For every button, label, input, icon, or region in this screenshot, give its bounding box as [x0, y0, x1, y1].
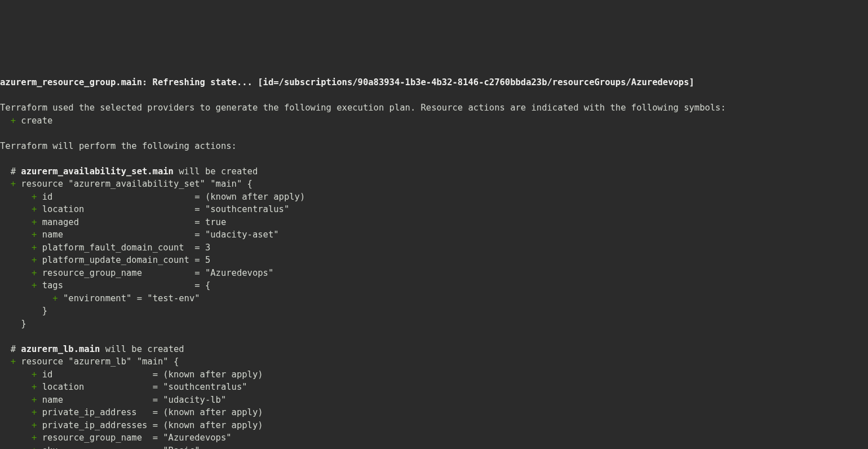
attr-line: + platform_fault_domain_count = 3	[0, 243, 210, 253]
resource-comment: # azurerm_availability_set.main will be …	[0, 166, 258, 177]
resource-close: }	[0, 319, 26, 329]
attr-line: + location = "southcentralus"	[0, 204, 289, 214]
attr-line: + name = "udacity-aset"	[0, 230, 279, 240]
attr-line: + sku = "Basic"	[0, 446, 200, 450]
attr-line: + name = "udacity-lb"	[0, 395, 226, 405]
tag-line: + "environment" = "test-env"	[0, 293, 200, 303]
actions-header: Terraform will perform the following act…	[0, 141, 237, 151]
attr-line: + resource_group_name = "Azuredevops"	[0, 433, 232, 443]
attr-line: + tags = {	[0, 280, 210, 290]
resource-open: + resource "azurerm_lb" "main" {	[0, 356, 179, 367]
attr-line: + private_ip_address = (known after appl…	[0, 407, 263, 417]
attr-line: + id = (known after apply)	[0, 192, 305, 202]
resource-open: + resource "azurerm_availability_set" "m…	[0, 179, 253, 189]
attr-line: + resource_group_name = "Azuredevops"	[0, 268, 273, 278]
create-symbol: +	[0, 116, 16, 126]
terminal-output: azurerm_resource_group.main: Refreshing …	[0, 64, 868, 450]
attr-line: + managed = true	[0, 217, 226, 227]
attr-line: + platform_update_domain_count = 5	[0, 255, 210, 265]
attr-line: + location = "southcentralus"	[0, 382, 247, 392]
attr-line: + id = (known after apply)	[0, 369, 263, 380]
resource-comment: # azurerm_lb.main will be created	[0, 344, 184, 354]
create-label: create	[16, 116, 52, 126]
tag-close: }	[0, 306, 47, 316]
refresh-state-line: azurerm_resource_group.main: Refreshing …	[0, 77, 694, 87]
plan-intro-line: Terraform used the selected providers to…	[0, 103, 726, 113]
attr-line: + private_ip_addresses = (known after ap…	[0, 420, 263, 430]
